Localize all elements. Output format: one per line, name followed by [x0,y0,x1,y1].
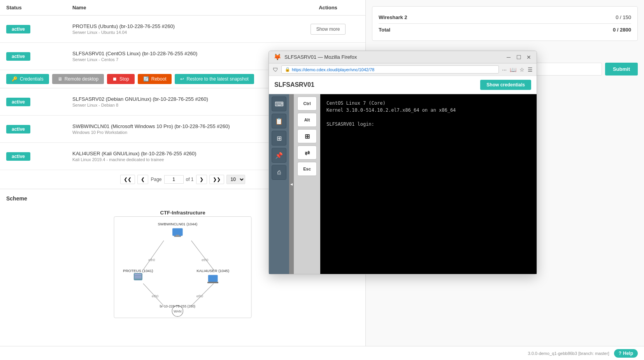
svg-text:eth0: eth0 [202,258,208,262]
score-section: Wireshark 2 0 / 150 Total 0 / 2800 [372,6,638,41]
vm-subtitle-slfsasrv02: Serwer Linux - Debian 8 [72,103,297,107]
stop-button[interactable]: ⏹ Stop [107,74,135,84]
more-options-icon[interactable]: ··· [502,67,507,73]
remote-desktop-label: Remote desktop [65,76,98,82]
svg-line-3 [191,241,214,270]
version-text: 3.0.0-demo_q1-gebb86b3 [branch: master] [528,351,609,356]
browser-popup: 🦊 SLFSASRV01 — Mozilla Firefox ─ ☐ ✕ 🛡 🔒… [268,51,537,274]
vm-title-kali4user: KALI4USER (Kali GNU/Linux) (br-10-228-76… [72,151,297,156]
status-column-header: Status [6,5,72,11]
ctrl-button[interactable]: Ctrl [297,97,317,111]
svg-text:br-10-228-76-255 (260): br-10-228-76-255 (260) [160,304,195,308]
firefox-icon: 🦊 [274,53,281,61]
vnc-tool-btn-3[interactable]: ⊞ [272,131,286,146]
shield-icon: 🛡 [273,67,278,73]
esc-button[interactable]: Esc [297,162,317,176]
page-number-input[interactable] [164,175,184,184]
url-bar[interactable]: 🔒 https://demo.cdex.cloud/player/vnc/104… [281,65,499,74]
vm-subtitle-proteus: Serwer Linux - Ubuntu 14.04 [72,30,297,35]
wireshark2-label: Wireshark 2 [379,14,407,20]
menu-icon[interactable]: ☰ [528,67,533,73]
of-label: of 1 [186,177,194,182]
bookmark-icon[interactable]: ☆ [519,67,525,73]
svg-rect-8 [135,274,142,275]
vnc-line2: Kernel 3.10.0-514.10.2.el7.x86_64 on an … [326,107,530,113]
maximize-button[interactable]: ☐ [516,54,522,60]
vm-subtitle-slfsasrv01: Serwer Linux - Centos 7 [72,57,297,62]
vnc-line3 [326,114,530,120]
sidebar-toggle[interactable]: ◀ [289,94,294,274]
page-label: Page [151,177,161,182]
first-page-btn[interactable]: ❮❮ [120,175,135,184]
vnc-screen[interactable]: CentOS Linux 7 (Core) Kernel 3.10.0-514.… [320,94,537,274]
key-icon: 🔑 [12,76,18,82]
vm-row-proteus: active PROTEUS (Ubuntu) (br-10-228-76-25… [0,16,365,43]
last-page-btn[interactable]: ❯❯ [209,175,224,184]
vm-subtitle-swbwincln01: Windows 10 Pro Workstation [72,130,297,135]
win-button[interactable]: ⊞ [297,129,317,143]
svg-line-2 [143,241,164,270]
browser-title: SLFSASRV01 — Mozilla Firefox [284,54,357,60]
help-icon: ? [619,351,621,356]
restore-button[interactable]: ↩ Restore to the latest snapshot [175,74,254,84]
svg-text:KALI4USER (1045): KALI4USER (1045) [197,269,229,273]
svg-text:SWBWINCLN01 (1044): SWBWINCLN01 (1044) [158,222,197,226]
svg-text:PROTEUS (1041): PROTEUS (1041) [123,269,153,273]
svg-rect-10 [135,277,142,279]
browser-toolbar: 🛡 🔒 https://demo.cdex.cloud/player/vnc/1… [269,63,537,76]
vm-title-slfsasrv02: SLFSASRV02 (Debian GNU/Linux) (br-10-228… [72,96,297,102]
name-column-header: Name [72,5,297,11]
total-label: Total [379,27,390,33]
status-badge-slfsasrv01: active [6,52,30,61]
alt-button[interactable]: Alt [297,113,317,127]
svg-text:CTF-Infrastructure: CTF-Infrastructure [160,210,205,216]
next-page-btn[interactable]: ❯ [196,175,207,184]
desktop-icon: 🖥 [58,76,62,82]
svg-text:eth0: eth0 [152,294,158,298]
svg-text:eth0: eth0 [148,258,155,262]
svg-text:WAN: WAN [174,309,181,313]
vnc-vm-title: SLFSASRV01 [274,81,314,88]
total-score: 0 / 2800 [613,27,631,33]
bottom-bar: 3.0.0-demo_q1-gebb86b3 [branch: master] … [0,346,644,360]
show-credentials-button[interactable]: Show credentials [480,80,531,90]
status-badge-slfsasrv02: active [6,98,30,106]
reader-view-icon[interactable]: 📖 [510,67,516,73]
status-badge-swbwincln01: active [6,125,30,133]
vnc-tool-btn-1[interactable]: ⌨ [272,97,286,111]
vnc-line1: CentOS Linux 7 (Core) [326,100,530,106]
per-page-select[interactable]: 10 25 50 [226,175,245,184]
reboot-icon: 🔄 [143,76,149,82]
stop-label: Stop [119,76,129,82]
minimize-button[interactable]: ─ [505,54,512,60]
wireshark2-score: 0 / 150 [616,14,631,20]
vnc-tool-btn-4[interactable]: 📌 [272,148,286,163]
help-button[interactable]: ? Help [614,349,638,358]
reboot-button[interactable]: 🔄 Reboot [138,74,172,84]
remote-desktop-button[interactable]: 🖥 Remote desktop [52,74,104,84]
vnc-tool-btn-2[interactable]: 📋 [272,114,286,128]
restore-label: Restore to the latest snapshot [186,76,248,82]
lock-icon: 🔒 [285,67,290,72]
reboot-label: Reboot [151,76,167,82]
submit-flag-button[interactable]: Submit [605,63,638,76]
credentials-button[interactable]: 🔑 Credentials [6,74,49,84]
vnc-area: ⌨ 📋 ⊞ 📌 ⎙ ◀ Ctrl Alt ⊞ ⇄ Esc CentOS Linu… [269,94,537,274]
vnc-line4: SLFSASRV01 login: [326,121,530,127]
prev-page-btn[interactable]: ❮ [137,175,148,184]
status-badge-proteus: active [6,25,30,33]
status-badge-kali4user: active [6,152,30,161]
help-label: Help [623,351,633,356]
svg-text:eth0: eth0 [197,294,203,298]
swap-button[interactable]: ⇄ [297,146,317,160]
svg-rect-9 [135,276,142,277]
url-text: https://demo.cdex.cloud/player/vnc/1042/… [292,67,374,72]
credentials-label: Credentials [20,76,44,82]
show-more-btn-proteus[interactable]: Show more [311,24,346,35]
vm-subtitle-kali4user: Kali Linux 2019.4 - machine dedicated to… [72,157,297,162]
close-button[interactable]: ✕ [526,54,532,60]
vnc-tool-btn-5[interactable]: ⎙ [272,165,286,180]
vm-title-swbwincln01: SWBWINCLN01 (Microsoft Windows 10 Pro) (… [72,123,297,129]
vnc-content-header: SLFSASRV01 Show credentials [269,76,537,94]
restore-icon: ↩ [180,76,184,82]
